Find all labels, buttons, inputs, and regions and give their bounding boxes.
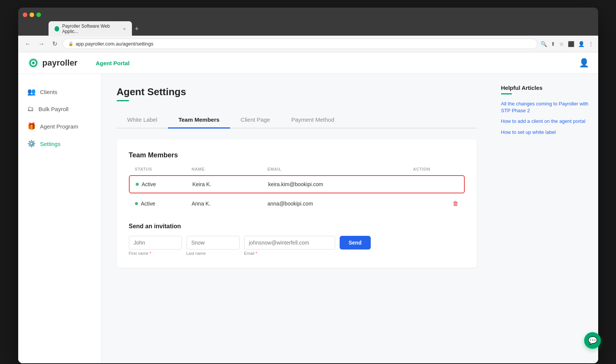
bulk-payroll-icon: 🗂	[27, 105, 34, 113]
last-name-label: Last name	[187, 251, 240, 256]
tab-title: Payroller Software Web Applic...	[62, 24, 120, 34]
tab-team-members[interactable]: Team Members	[168, 112, 230, 129]
lock-icon: 🔒	[68, 41, 74, 46]
table-header: STATUS NAME EMAIL ACTION	[129, 167, 465, 175]
name-anna: Anna K.	[192, 201, 268, 207]
sidebar-settings-label: Settings	[40, 141, 61, 147]
page-title: Agent Settings	[117, 86, 477, 98]
col-status-header: STATUS	[135, 167, 192, 171]
email-group: Email *	[244, 236, 335, 256]
content-card: Team Members STATUS NAME EMAIL ACTION Ac…	[117, 139, 477, 268]
payroller-logo-icon	[27, 57, 39, 69]
browser-toolbar: ← → ↻ 🔒 app.payroller.com.au/agent/setti…	[18, 36, 598, 52]
share-icon[interactable]: ⬆	[551, 41, 555, 47]
last-name-input[interactable]	[187, 236, 240, 249]
tab-white-label[interactable]: White Label	[117, 112, 168, 129]
close-button[interactable]	[23, 13, 27, 17]
tab-close-icon[interactable]: ✕	[123, 27, 126, 31]
main-content: Agent Settings White Label Team Members …	[102, 74, 492, 363]
minimize-button[interactable]	[30, 13, 34, 17]
browser-titlebar	[18, 8, 598, 22]
tab-payment-method[interactable]: Payment Method	[281, 112, 345, 129]
active-dot-anna	[135, 202, 138, 205]
bookmark-icon[interactable]: ☆	[559, 41, 564, 47]
tab-favicon	[55, 26, 59, 31]
user-profile-icon[interactable]: 👤	[579, 58, 589, 68]
page-title-underline	[117, 100, 129, 101]
settings-icon: ⚙️	[27, 140, 36, 148]
first-name-label: First name *	[129, 251, 182, 256]
right-panel: Helpful Articles All the changes coming …	[492, 74, 598, 363]
chat-support-button[interactable]: 💬	[584, 332, 601, 349]
helpful-link-white-label[interactable]: How to set up white label	[501, 129, 589, 136]
tab-client-page[interactable]: Client Page	[230, 112, 281, 129]
email-input[interactable]	[244, 236, 335, 249]
helpful-link-stp[interactable]: All the changes coming to Payroller with…	[501, 100, 589, 114]
app-header: payroller Agent Portal 👤	[18, 52, 598, 74]
clients-icon: 👥	[27, 88, 36, 96]
status-cell-keira: Active	[136, 181, 193, 187]
email-keira: keira.kim@bookipi.com	[268, 181, 412, 187]
url-text: app.payroller.com.au/agent/settings	[76, 41, 532, 47]
extensions-icon[interactable]: ⬛	[568, 41, 574, 47]
delete-anna-button[interactable]: 🗑	[413, 200, 459, 207]
reload-button[interactable]: ↻	[50, 39, 60, 49]
app-window: payroller Agent Portal 👤 👥 Clients 🗂 Bul…	[18, 52, 598, 363]
sidebar-bulk-payroll-label: Bulk Payroll	[39, 106, 69, 112]
table-row-anna: Active Anna K. anna@bookipi.com 🗑	[129, 195, 465, 212]
col-action-header: ACTION	[413, 167, 459, 171]
email-label: Email *	[244, 251, 335, 256]
logo-text: payroller	[42, 58, 78, 68]
new-tab-button[interactable]: +	[135, 25, 139, 33]
send-invitation-button[interactable]: Send	[340, 236, 371, 249]
invite-title: Send an invitation	[129, 223, 465, 230]
helpful-articles-title: Helpful Articles	[501, 85, 589, 91]
table-row-keira: Active Keira K. keira.kim@bookipi.com	[129, 175, 465, 193]
profile-icon[interactable]: 👤	[578, 41, 585, 47]
tab-bar: Payroller Software Web Applic... ✕ +	[18, 22, 598, 36]
status-label-anna: Active	[141, 201, 155, 207]
menu-icon[interactable]: ⋮	[588, 41, 594, 47]
col-email-header: EMAIL	[268, 167, 413, 171]
search-icon[interactable]: 🔍	[541, 41, 547, 47]
helpful-link-add-client[interactable]: How to add a client on the agent portal	[501, 118, 589, 125]
sidebar-clients-label: Clients	[40, 89, 58, 95]
col-name-header: NAME	[192, 167, 268, 171]
tabs-navigation: White Label Team Members Client Page Pay…	[117, 112, 477, 129]
back-button[interactable]: ←	[23, 39, 33, 49]
status-cell-anna: Active	[135, 201, 192, 207]
browser-tab[interactable]: Payroller Software Web Applic... ✕	[49, 21, 132, 36]
email-anna: anna@bookipi.com	[268, 201, 413, 207]
sidebar-item-clients[interactable]: 👥 Clients	[18, 83, 101, 100]
sidebar: 👥 Clients 🗂 Bulk Payroll 🎁 Agent Program…	[18, 74, 102, 363]
app-body: 👥 Clients 🗂 Bulk Payroll 🎁 Agent Program…	[18, 74, 598, 363]
toolbar-icons: 🔍 ⬆ ☆ ⬛ 👤 ⋮	[541, 41, 594, 47]
sidebar-item-settings[interactable]: ⚙️ Settings	[18, 135, 101, 152]
sidebar-item-bulk-payroll[interactable]: 🗂 Bulk Payroll	[18, 100, 101, 118]
name-keira: Keira K.	[193, 181, 268, 187]
invitation-section: Send an invitation First name * Last nam	[129, 223, 465, 256]
status-label-keira: Active	[142, 181, 156, 187]
maximize-button[interactable]	[36, 13, 41, 17]
team-members-section-title: Team Members	[129, 151, 465, 159]
portal-label: Agent Portal	[96, 60, 129, 66]
agent-program-icon: 🎁	[27, 122, 36, 130]
address-bar[interactable]: 🔒 app.payroller.com.au/agent/settings	[63, 39, 538, 49]
traffic-lights	[23, 13, 41, 17]
invite-form: First name * Last name Email *	[129, 236, 465, 256]
forward-button[interactable]: →	[36, 39, 47, 49]
svg-point-2	[32, 62, 34, 64]
first-name-group: First name *	[129, 236, 182, 256]
sidebar-item-agent-program[interactable]: 🎁 Agent Program	[18, 118, 101, 135]
first-name-input[interactable]	[129, 236, 182, 249]
last-name-group: Last name	[187, 236, 240, 256]
sidebar-agent-program-label: Agent Program	[40, 123, 78, 130]
active-dot-keira	[136, 183, 139, 186]
logo-area: payroller Agent Portal	[27, 57, 130, 69]
helpful-title-underline	[501, 93, 512, 94]
